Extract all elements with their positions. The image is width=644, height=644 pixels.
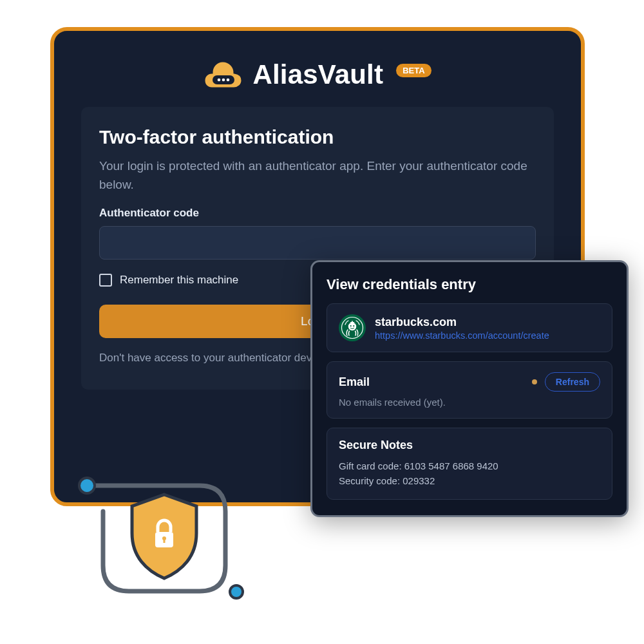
svg-point-13 bbox=[353, 325, 354, 327]
beta-badge: BETA bbox=[396, 64, 431, 77]
code-label: Authenticator code bbox=[99, 207, 536, 220]
email-status: No emails received (yet). bbox=[339, 397, 600, 408]
notes-heading: Secure Notes bbox=[339, 439, 600, 452]
svg-point-2 bbox=[222, 79, 225, 82]
svg-point-3 bbox=[227, 79, 230, 82]
authenticator-code-input[interactable] bbox=[99, 226, 536, 260]
svg-point-12 bbox=[350, 325, 352, 327]
svg-point-5 bbox=[230, 585, 243, 598]
email-panel: Email Refresh No emails received (yet). bbox=[327, 361, 612, 419]
notes-line-1: Gift card code: 6103 5487 6868 9420 bbox=[339, 459, 600, 473]
card-description: Your login is protected with an authenti… bbox=[99, 157, 536, 194]
svg-point-1 bbox=[218, 79, 221, 82]
lock-icon bbox=[155, 520, 173, 547]
brand-name: AliasVault bbox=[252, 59, 383, 90]
site-url-link[interactable]: https://www.starbucks.com/account/create bbox=[375, 330, 549, 341]
site-panel: starbucks.com https://www.starbucks.com/… bbox=[327, 303, 612, 352]
svg-rect-6 bbox=[155, 532, 173, 547]
remember-machine-label: Remember this machine bbox=[120, 274, 238, 287]
svg-rect-8 bbox=[164, 538, 166, 543]
overlay-title: View credentials entry bbox=[327, 276, 612, 293]
status-dot-icon bbox=[532, 379, 537, 384]
starbucks-icon bbox=[339, 314, 366, 341]
site-name: starbucks.com bbox=[375, 316, 549, 329]
card-title: Two-factor authentication bbox=[99, 126, 536, 148]
brand-row: AliasVault BETA bbox=[81, 59, 554, 90]
refresh-button[interactable]: Refresh bbox=[545, 372, 600, 392]
shield-icon bbox=[132, 495, 196, 578]
email-heading: Email bbox=[339, 375, 370, 389]
secure-notes-panel: Secure Notes Gift card code: 6103 5487 6… bbox=[327, 428, 612, 500]
aliasvault-cloud-icon bbox=[204, 60, 243, 90]
notes-line-2: Security code: 029332 bbox=[339, 473, 600, 488]
remember-machine-checkbox[interactable] bbox=[99, 274, 112, 287]
svg-point-7 bbox=[162, 536, 166, 540]
credentials-entry-window: View credentials entry bbox=[310, 260, 629, 517]
